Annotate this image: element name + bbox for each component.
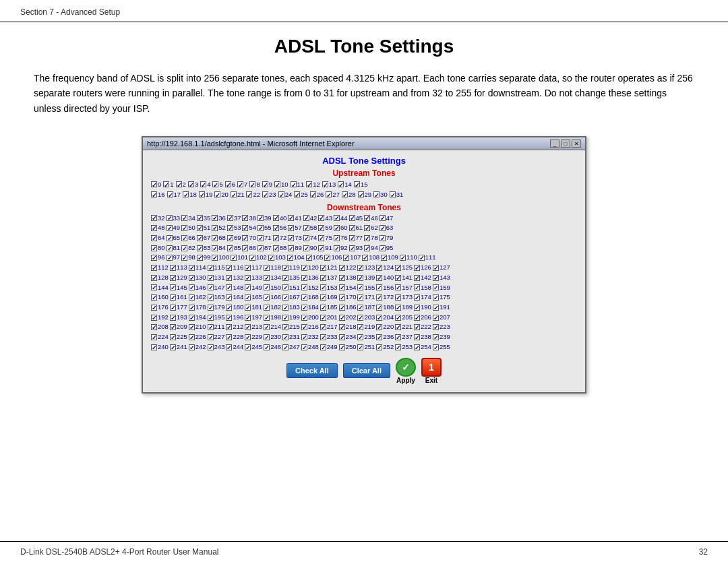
cb-145[interactable]: [170, 284, 176, 290]
cb-230[interactable]: [264, 334, 270, 340]
tone-111[interactable]: 111: [419, 253, 436, 263]
tone-53[interactable]: 53: [227, 223, 241, 233]
cb-217[interactable]: [320, 324, 326, 330]
tone-11[interactable]: 11: [291, 179, 305, 189]
tone-155[interactable]: 155: [357, 283, 375, 293]
tone-1[interactable]: 1: [163, 179, 173, 189]
cb-75[interactable]: [318, 235, 324, 241]
cb-170[interactable]: [339, 294, 345, 301]
tone-59[interactable]: 59: [318, 223, 332, 233]
tone-182[interactable]: 182: [264, 303, 281, 313]
cb-126[interactable]: [414, 265, 420, 271]
cb-72[interactable]: [273, 235, 279, 241]
cb-213[interactable]: [245, 324, 251, 330]
tone-176[interactable]: 176: [151, 303, 169, 313]
tone-19[interactable]: 19: [199, 189, 213, 199]
cb-193[interactable]: [170, 315, 176, 321]
tone-21[interactable]: 21: [231, 189, 245, 199]
tone-139[interactable]: 139: [357, 273, 375, 283]
cb-223[interactable]: [433, 324, 439, 330]
cb-94[interactable]: [364, 245, 370, 251]
tone-81[interactable]: 81: [166, 243, 181, 253]
tone-239[interactable]: 239: [433, 332, 450, 342]
tone-245[interactable]: 245: [245, 342, 262, 352]
tone-210[interactable]: 210: [189, 322, 206, 332]
exit-button[interactable]: Exit: [421, 358, 442, 384]
tone-88[interactable]: 88: [273, 243, 287, 253]
cb-185[interactable]: [320, 305, 326, 311]
tone-122[interactable]: 122: [339, 263, 357, 273]
tone-47[interactable]: 47: [380, 214, 394, 224]
cb-76[interactable]: [334, 235, 340, 241]
cb-95[interactable]: [380, 245, 386, 251]
cb-188[interactable]: [376, 305, 382, 311]
tone-42[interactable]: 42: [303, 214, 317, 224]
tone-74[interactable]: 74: [303, 233, 317, 243]
cb-171[interactable]: [357, 294, 363, 301]
tone-187[interactable]: 187: [357, 303, 375, 313]
tone-127[interactable]: 127: [433, 263, 450, 273]
cb-0[interactable]: [151, 181, 157, 187]
tone-246[interactable]: 246: [264, 342, 281, 352]
tone-44[interactable]: 44: [334, 214, 348, 224]
cb-152[interactable]: [301, 284, 307, 290]
tone-222[interactable]: 222: [414, 322, 431, 332]
cb-135[interactable]: [282, 275, 289, 281]
tone-98[interactable]: 98: [181, 253, 195, 263]
tone-209[interactable]: 209: [170, 322, 187, 332]
tone-218[interactable]: 218: [339, 322, 357, 332]
cb-224[interactable]: [151, 334, 157, 340]
tone-190[interactable]: 190: [414, 303, 431, 313]
tone-226[interactable]: 226: [189, 332, 206, 342]
cb-118[interactable]: [264, 265, 270, 271]
cb-201[interactable]: [320, 315, 326, 321]
cb-2[interactable]: [176, 181, 182, 187]
cb-190[interactable]: [414, 305, 420, 311]
cb-203[interactable]: [357, 315, 363, 321]
cb-124[interactable]: [376, 265, 382, 271]
cb-125[interactable]: [395, 265, 401, 271]
cb-137[interactable]: [320, 275, 326, 281]
tone-141[interactable]: 141: [395, 273, 413, 283]
cb-209[interactable]: [170, 324, 176, 330]
cb-205[interactable]: [395, 315, 401, 321]
cb-252[interactable]: [376, 344, 382, 350]
tone-201[interactable]: 201: [320, 313, 338, 323]
cb-39[interactable]: [257, 215, 264, 221]
cb-174[interactable]: [414, 294, 420, 301]
tone-25[interactable]: 25: [294, 189, 308, 199]
cb-119[interactable]: [282, 265, 289, 271]
tone-96[interactable]: 96: [151, 253, 165, 263]
cb-66[interactable]: [181, 235, 187, 241]
cb-132[interactable]: [226, 275, 232, 281]
tone-8[interactable]: 8: [249, 179, 260, 189]
tone-192[interactable]: 192: [151, 313, 169, 323]
cb-64[interactable]: [151, 235, 157, 241]
tone-215[interactable]: 215: [282, 322, 300, 332]
tone-37[interactable]: 37: [227, 214, 241, 224]
cb-241[interactable]: [170, 344, 176, 350]
tone-114[interactable]: 114: [189, 263, 206, 273]
tone-90[interactable]: 90: [303, 243, 317, 253]
cb-238[interactable]: [414, 334, 420, 340]
tone-186[interactable]: 186: [339, 303, 357, 313]
cb-229[interactable]: [245, 334, 251, 340]
tone-212[interactable]: 212: [226, 322, 243, 332]
cb-1[interactable]: [163, 181, 169, 187]
cb-62[interactable]: [364, 225, 370, 231]
cb-202[interactable]: [339, 315, 345, 321]
cb-143[interactable]: [433, 275, 439, 281]
tone-214[interactable]: 214: [264, 322, 281, 332]
tone-132[interactable]: 132: [226, 273, 243, 283]
tone-24[interactable]: 24: [278, 189, 293, 199]
tone-67[interactable]: 67: [197, 233, 211, 243]
cb-197[interactable]: [245, 315, 251, 321]
cb-249[interactable]: [320, 344, 326, 350]
cb-114[interactable]: [189, 265, 195, 271]
cb-164[interactable]: [226, 294, 232, 301]
cb-97[interactable]: [166, 255, 173, 261]
tone-78[interactable]: 78: [364, 233, 378, 243]
tone-113[interactable]: 113: [170, 263, 187, 273]
cb-168[interactable]: [301, 294, 307, 301]
cb-98[interactable]: [181, 255, 187, 261]
